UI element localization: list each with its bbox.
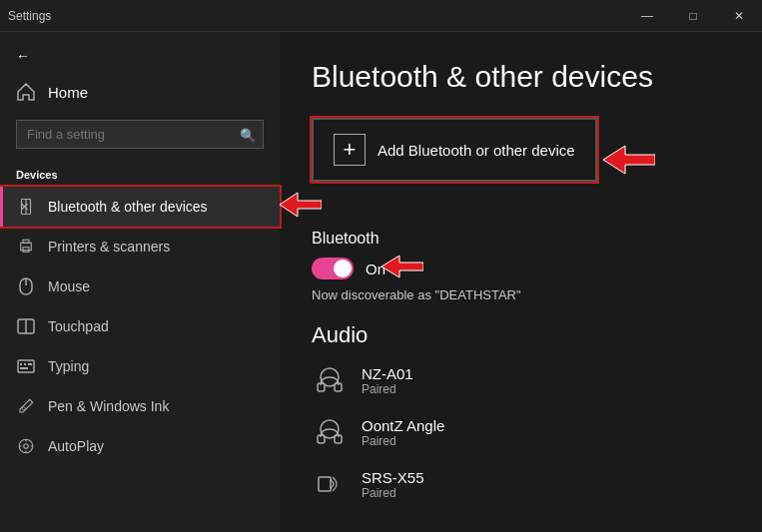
sidebar-item-mouse[interactable]: Mouse [0, 266, 280, 306]
add-device-label: Add Bluetooth or other device [378, 142, 575, 159]
bluetooth-toggle-row: On [312, 258, 730, 279]
device-name-oontz: OontZ Angle [362, 417, 444, 434]
svg-rect-13 [20, 363, 22, 365]
bluetooth-icon [16, 197, 36, 217]
printer-icon [16, 237, 36, 257]
maximize-button[interactable]: □ [670, 0, 716, 32]
bluetooth-toggle[interactable] [312, 258, 354, 279]
device-info-oontz: OontZ Angle Paired [362, 417, 444, 448]
pen-icon [16, 396, 36, 416]
svg-rect-15 [28, 363, 30, 365]
svg-rect-16 [20, 367, 28, 369]
home-icon [16, 82, 36, 102]
bluetooth-toggle-label: On [366, 261, 385, 277]
device-item-srsx55[interactable]: SRS-X55 Paired [312, 466, 730, 502]
search-box: 🔍 [16, 120, 264, 149]
sidebar-item-pen[interactable]: Pen & Windows Ink [0, 386, 280, 426]
window-title: Settings [8, 9, 51, 23]
device-status-srsx55: Paired [362, 486, 424, 500]
svg-marker-22 [381, 256, 423, 277]
devices-section-label: Devices [0, 157, 280, 187]
speaker-icon [312, 466, 348, 502]
device-status-nza01: Paired [362, 382, 413, 396]
bluetooth-section-title: Bluetooth [312, 230, 730, 248]
sidebar-item-typing[interactable]: Typing [0, 346, 280, 386]
sidebar-home-label: Home [48, 84, 88, 101]
sidebar-item-autoplay[interactable]: AutoPlay [0, 426, 280, 466]
sidebar-pen-label: Pen & Windows Ink [48, 398, 169, 414]
touchpad-icon [16, 316, 36, 336]
mouse-icon [16, 276, 36, 296]
titlebar: Settings — □ ✕ [0, 0, 762, 32]
window-controls: — □ ✕ [624, 0, 762, 31]
svg-point-20 [24, 444, 29, 449]
sidebar-touchpad-label: Touchpad [48, 318, 109, 334]
svg-rect-14 [24, 363, 26, 365]
svg-rect-12 [18, 360, 34, 372]
plus-icon: + [334, 134, 366, 166]
page-title: Bluetooth & other devices [312, 60, 730, 94]
headphone-icon-2 [312, 414, 348, 450]
content-area: Bluetooth & other devices + Add Bluetoot… [280, 32, 762, 532]
audio-section: Audio NZ-A01 Paired [312, 322, 730, 502]
sidebar-item-bluetooth[interactable]: Bluetooth & other devices [0, 187, 280, 227]
device-name-nza01: NZ-A01 [362, 365, 413, 382]
sidebar-autoplay-label: AutoPlay [48, 438, 104, 454]
device-item-oontz[interactable]: OontZ Angle Paired [312, 414, 730, 450]
minimize-button[interactable]: — [624, 0, 670, 32]
svg-rect-7 [23, 248, 29, 253]
device-name-srsx55: SRS-X55 [362, 469, 424, 486]
sidebar-item-touchpad[interactable]: Touchpad [0, 306, 280, 346]
device-info-nza01: NZ-A01 Paired [362, 365, 413, 396]
back-arrow-icon: ← [16, 48, 30, 64]
add-device-button[interactable]: + Add Bluetooth or other device [312, 118, 597, 182]
autoplay-icon [16, 436, 36, 456]
back-button[interactable]: ← [0, 40, 280, 72]
device-status-oontz: Paired [362, 434, 444, 448]
headphone-icon-1 [312, 362, 348, 398]
audio-section-title: Audio [312, 322, 730, 348]
main-layout: ← Home 🔍 Devices [0, 32, 762, 532]
sidebar-mouse-label: Mouse [48, 278, 90, 294]
toggle-knob [334, 260, 352, 277]
sidebar-item-printers[interactable]: Printers & scanners [0, 227, 280, 266]
svg-rect-6 [23, 240, 29, 243]
svg-rect-5 [21, 243, 32, 251]
svg-point-18 [22, 407, 25, 410]
sidebar-printers-label: Printers & scanners [48, 239, 170, 255]
discoverable-text: Now discoverable as "DEATHSTAR" [312, 287, 730, 302]
sidebar-bluetooth-label: Bluetooth & other devices [48, 199, 208, 215]
svg-rect-17 [30, 363, 32, 365]
sidebar-typing-label: Typing [48, 358, 89, 374]
device-info-srsx55: SRS-X55 Paired [362, 469, 424, 500]
search-icon: 🔍 [240, 127, 256, 142]
sidebar-item-home[interactable]: Home [0, 72, 280, 112]
close-button[interactable]: ✕ [716, 0, 762, 32]
typing-icon [16, 356, 36, 376]
add-device-annotation-arrow [603, 143, 655, 181]
add-device-wrapper: + Add Bluetooth or other device [312, 118, 597, 206]
sidebar: ← Home 🔍 Devices [0, 32, 280, 532]
search-input[interactable] [16, 120, 264, 149]
device-item-nza01[interactable]: NZ-A01 Paired [312, 362, 730, 398]
svg-marker-21 [603, 146, 655, 174]
svg-rect-29 [319, 477, 331, 491]
toggle-annotation-arrow [381, 254, 423, 283]
